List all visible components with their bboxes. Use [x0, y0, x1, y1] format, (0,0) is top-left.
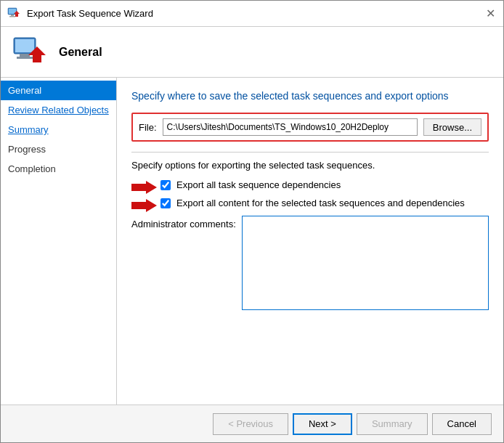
red-arrow-2 — [131, 198, 157, 214]
red-arrow-1 — [131, 179, 157, 195]
close-button[interactable]: ✕ — [483, 7, 497, 21]
comments-row: Administrator comments: — [131, 216, 489, 310]
main-panel: Specify where to save the selected task … — [117, 78, 503, 405]
export-dependencies-checkbox[interactable] — [160, 180, 171, 190]
options-text: Specify options for exporting the select… — [131, 160, 489, 171]
file-input[interactable] — [163, 118, 418, 136]
next-button[interactable]: Next > — [293, 413, 352, 435]
sidebar: General Review Related Objects Summary P… — [1, 78, 117, 405]
file-label: File: — [139, 122, 157, 133]
header-title: General — [59, 46, 102, 59]
footer: < Previous Next > Summary Cancel — [1, 405, 503, 442]
export-content-checkbox[interactable] — [160, 198, 171, 208]
checkbox2-row: Export all content for the selected task… — [160, 198, 489, 208]
main-heading: Specify where to save the selected task … — [131, 89, 489, 102]
svg-marker-10 — [131, 181, 157, 194]
header-icon — [12, 35, 47, 70]
browse-button[interactable]: Browse... — [423, 118, 481, 136]
sidebar-item-general[interactable]: General — [1, 81, 116, 100]
file-row: File: Browse... — [131, 113, 489, 142]
checkbox2-container: Export all content for the selected task… — [131, 198, 489, 208]
sidebar-item-review-related-objects[interactable]: Review Related Objects — [1, 100, 116, 120]
checkbox1-row: Export all task sequence dependencies — [160, 179, 489, 190]
svg-rect-7 — [20, 54, 30, 57]
sidebar-item-progress: Progress — [1, 139, 116, 159]
title-bar-left: Export Task Sequence Wizard — [7, 7, 153, 21]
wizard-header: General — [1, 27, 503, 78]
wizard-window: Export Task Sequence Wizard ✕ General Ge… — [0, 0, 504, 443]
previous-button[interactable]: < Previous — [213, 413, 288, 435]
checkbox1-container: Export all task sequence dependencies — [131, 179, 489, 190]
content-area: General Review Related Objects Summary P… — [1, 78, 503, 405]
svg-rect-8 — [17, 57, 33, 59]
export-dependencies-label: Export all task sequence dependencies — [176, 179, 341, 190]
svg-marker-11 — [131, 199, 157, 212]
title-text: Export Task Sequence Wizard — [27, 8, 153, 19]
cancel-button[interactable]: Cancel — [432, 413, 492, 435]
export-content-label: Export all content for the selected task… — [176, 198, 465, 208]
comments-label: Administrator comments: — [131, 216, 236, 229]
summary-button[interactable]: Summary — [357, 413, 428, 435]
svg-rect-3 — [9, 16, 15, 17]
sidebar-item-completion: Completion — [1, 159, 116, 179]
divider — [131, 152, 489, 153]
svg-rect-6 — [15, 39, 34, 52]
comments-textarea[interactable] — [242, 216, 489, 310]
sidebar-item-summary[interactable]: Summary — [1, 120, 116, 139]
wizard-icon — [7, 7, 21, 21]
title-bar: Export Task Sequence Wizard ✕ — [1, 1, 503, 27]
svg-rect-2 — [11, 15, 14, 16]
